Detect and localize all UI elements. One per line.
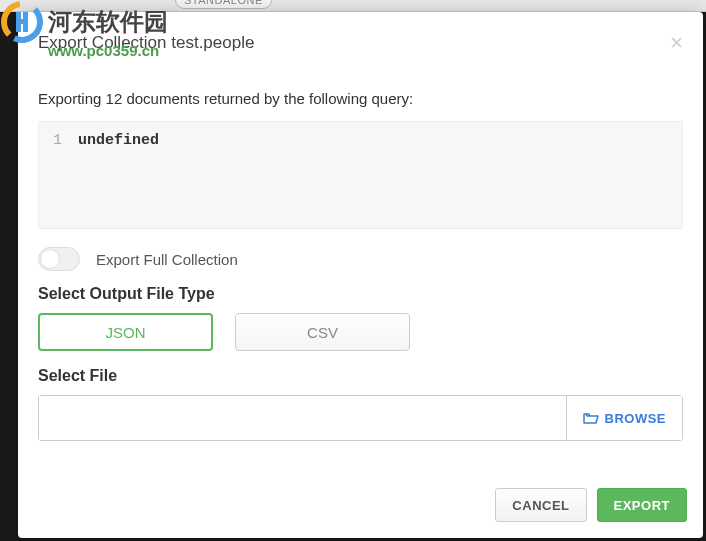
json-button[interactable]: JSON bbox=[38, 313, 213, 351]
modal-title: Export Collection test.people bbox=[38, 33, 254, 53]
query-code-block: 1 undefined bbox=[38, 121, 683, 229]
toggle-knob bbox=[40, 249, 60, 269]
modal-header: Export Collection test.people × bbox=[18, 12, 703, 68]
export-button[interactable]: EXPORT bbox=[597, 488, 687, 522]
background-bar: STANDALONE bbox=[0, 0, 706, 12]
query-description: Exporting 12 documents returned by the f… bbox=[38, 90, 683, 107]
export-full-toggle[interactable] bbox=[38, 247, 80, 271]
file-type-label: Select Output File Type bbox=[38, 285, 683, 303]
export-modal: Export Collection test.people × Exportin… bbox=[18, 12, 703, 538]
browse-label: BROWSE bbox=[605, 411, 667, 426]
csv-button[interactable]: CSV bbox=[235, 313, 410, 351]
file-input-row: BROWSE bbox=[38, 395, 683, 441]
select-file-label: Select File bbox=[38, 367, 683, 385]
toggle-row: Export Full Collection bbox=[38, 247, 683, 271]
file-type-row: JSON CSV bbox=[38, 313, 683, 351]
folder-open-icon bbox=[583, 411, 599, 425]
line-number: 1 bbox=[53, 132, 62, 218]
standalone-tag: STANDALONE bbox=[175, 0, 272, 9]
modal-footer: CANCEL EXPORT bbox=[18, 476, 703, 538]
browse-button[interactable]: BROWSE bbox=[566, 396, 683, 440]
file-path-input[interactable] bbox=[39, 396, 566, 440]
close-button[interactable]: × bbox=[670, 32, 683, 54]
toggle-label: Export Full Collection bbox=[96, 251, 238, 268]
modal-body: Exporting 12 documents returned by the f… bbox=[18, 68, 703, 476]
code-content: undefined bbox=[78, 132, 159, 218]
cancel-button[interactable]: CANCEL bbox=[495, 488, 586, 522]
